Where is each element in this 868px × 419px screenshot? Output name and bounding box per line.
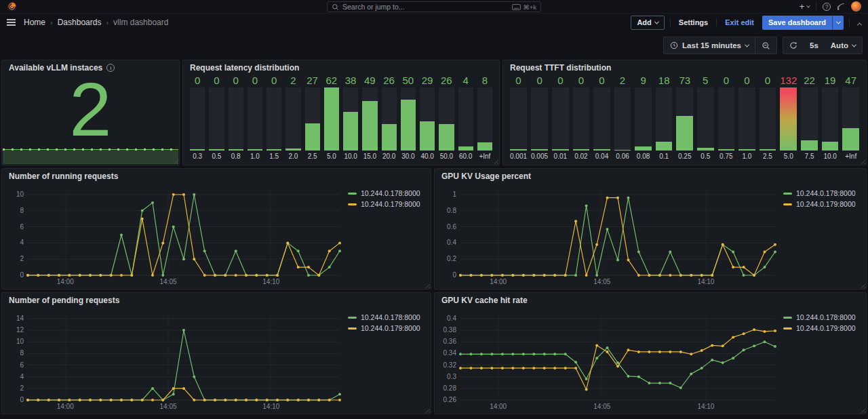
panel-title[interactable]: GPU KV Usage percent — [441, 172, 859, 181]
grid-lines — [460, 191, 775, 275]
data-point — [172, 387, 175, 390]
data-point — [648, 351, 650, 353]
data-point — [595, 357, 598, 359]
panel-resize-handle[interactable] — [859, 282, 865, 288]
bar-column: 3810.0 — [343, 75, 358, 161]
collapse-toolbar-icon[interactable] — [858, 16, 861, 28]
data-point — [690, 372, 692, 375]
data-point — [648, 274, 650, 277]
bar-category-label: 40.0 — [420, 153, 435, 161]
bar-category-label: 60.0 — [458, 153, 473, 161]
legend-label: 10.244.0.179:8000 — [796, 200, 856, 208]
panel-resize-handle[interactable] — [424, 407, 430, 413]
timeseries-plot: 024681014:0014:0514:10 — [6, 186, 344, 286]
zoom-out-button[interactable] — [755, 37, 776, 54]
legend-item[interactable]: 10.244.0.179:8000 — [348, 200, 425, 208]
svg-text:14:00: 14:00 — [490, 278, 507, 285]
data-point — [151, 274, 154, 277]
data-point — [141, 399, 144, 401]
legend-item[interactable]: 10.244.0.179:8000 — [783, 324, 861, 332]
data-point — [99, 399, 102, 401]
legend-label: 10.244.0.178:8000 — [796, 313, 856, 321]
panel-resize-handle[interactable] — [492, 158, 498, 164]
data-point — [193, 258, 195, 260]
panel-title[interactable]: Number of pending requests — [9, 296, 424, 305]
bar-fill — [801, 140, 818, 151]
panel-title[interactable]: Number of running requests — [9, 172, 424, 181]
exit-edit-button[interactable]: Exit edit — [722, 18, 757, 26]
bar-column: 8+Inf — [477, 75, 492, 161]
help-icon[interactable]: ? — [823, 3, 831, 11]
grid-lines — [28, 191, 340, 275]
breadcrumb-home[interactable]: Home — [24, 18, 45, 27]
bar-category-label: 0.04 — [593, 153, 610, 161]
data-point — [182, 193, 185, 196]
legend-item[interactable]: 10.244.0.178:8000 — [783, 313, 861, 321]
bar-fill — [458, 146, 473, 151]
panel-title[interactable]: GPU KV cache hit rate — [441, 296, 859, 305]
settings-button[interactable]: Settings — [676, 18, 711, 26]
data-point — [679, 351, 682, 353]
global-search[interactable]: ⌘+k — [327, 1, 541, 12]
bar-category-label: 2.5 — [305, 153, 320, 161]
time-range-picker[interactable]: Last 15 minutes — [664, 37, 755, 54]
legend-item[interactable]: 10.244.0.179:8000 — [783, 200, 861, 208]
panel-resize-handle[interactable] — [424, 282, 430, 288]
news-icon[interactable] — [837, 3, 845, 11]
bar-column: 2620.0 — [382, 75, 397, 161]
menu-toggle-icon[interactable] — [7, 19, 16, 26]
legend-item[interactable]: 10.244.0.179:8000 — [348, 324, 425, 332]
add-new-button[interactable]: + — [800, 1, 810, 12]
bar-fill — [267, 149, 281, 151]
bar-category-label: 1.0 — [738, 153, 755, 161]
data-point — [58, 399, 60, 401]
data-point — [616, 197, 619, 199]
bar-category-label: 5.0 — [780, 153, 797, 161]
stat-sparkline — [3, 149, 178, 164]
data-point — [459, 367, 462, 370]
data-point — [224, 399, 226, 401]
bar-value-label: 26 — [382, 75, 397, 86]
bar-value-label: 0 — [229, 75, 243, 86]
legend-item[interactable]: 10.244.0.178:8000 — [348, 189, 425, 197]
svg-text:10: 10 — [16, 338, 24, 345]
user-avatar[interactable] — [851, 1, 861, 12]
data-point — [459, 274, 462, 277]
legend-swatch — [783, 193, 792, 195]
bar-track — [697, 87, 714, 151]
svg-text:0.2: 0.2 — [447, 255, 456, 262]
bar-column: 50.5 — [697, 75, 714, 161]
bar-fill — [362, 101, 377, 151]
refresh-interval-label[interactable]: 5s — [804, 37, 825, 54]
grafana-logo[interactable] — [7, 1, 17, 12]
bar-value-label: 0 — [248, 75, 262, 86]
bar-category-label: 0.001 — [510, 153, 527, 161]
panel-resize-handle[interactable] — [859, 158, 865, 164]
breadcrumb-dashboards[interactable]: Dashboards — [58, 18, 102, 27]
refresh-button[interactable] — [783, 37, 804, 54]
data-point — [690, 353, 692, 355]
auto-refresh-picker[interactable]: Auto — [825, 37, 862, 54]
data-point — [669, 274, 671, 277]
panel-resize-handle[interactable] — [859, 407, 865, 413]
bar-track — [267, 87, 281, 151]
legend-item[interactable]: 10.244.0.178:8000 — [783, 189, 861, 197]
divider — [816, 3, 816, 11]
bar-category-label: 10.0 — [343, 153, 358, 161]
bar-value-label: 62 — [324, 75, 339, 86]
add-panel-button[interactable]: Add — [631, 16, 664, 30]
legend-item[interactable]: 10.244.0.178:8000 — [348, 313, 425, 321]
search-input[interactable] — [342, 3, 509, 11]
svg-text:1: 1 — [452, 191, 456, 198]
svg-text:0: 0 — [20, 396, 24, 403]
data-point — [774, 345, 776, 348]
bar-fill — [190, 149, 205, 151]
panel-title[interactable]: Request TTFT distribution — [510, 63, 859, 73]
bar-column: 227.5 — [801, 75, 818, 161]
data-point — [297, 266, 300, 268]
data-point — [616, 365, 619, 367]
save-dashboard-button[interactable]: Save dashboard — [762, 16, 844, 30]
svg-text:0.34: 0.34 — [443, 349, 457, 357]
panel-title[interactable]: Request latency distribution — [190, 63, 492, 73]
bar-fill — [305, 123, 320, 151]
